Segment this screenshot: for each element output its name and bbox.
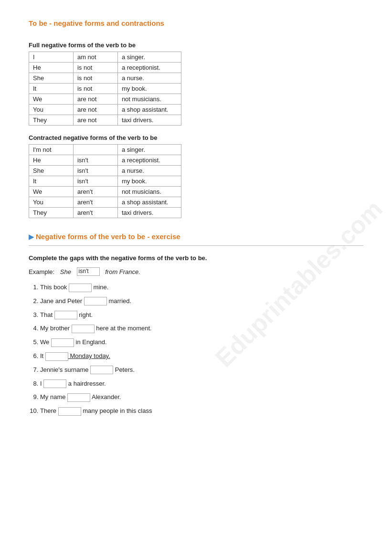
contracted-forms-cell: We [29,187,74,197]
divider [29,245,363,246]
exercise-fill-box[interactable] [43,379,66,388]
full-forms-cell: taxi drivers. [117,115,181,126]
full-forms-cell: are not [73,105,117,115]
exercise-list: This book mine.Jane and Peter married.Th… [29,283,363,416]
full-forms-cell: am not [73,52,117,63]
full-forms-cell: is not [73,63,117,73]
example-answer-box: isn't [77,267,100,276]
contracted-forms-cell: aren't [73,187,117,197]
contracted-forms-cell: aren't [73,208,117,218]
exercise-after-text: right. [77,311,93,318]
exercise-after-text: Peters. [113,366,135,373]
exercise-before-text: There [40,407,58,414]
list-item: It Monday today. [40,351,363,361]
full-forms-cell: my book. [117,84,181,94]
exercise-after-text: a hairdresser. [66,380,106,387]
exercise-before-text: Jennie's surname [40,366,90,373]
exercise-before-text: That [40,311,54,318]
exercise-after-text: mine. [92,284,108,291]
full-forms-cell: a singer. [117,52,181,63]
exercise-fill-box[interactable] [58,407,81,416]
full-forms-cell: a shop assistant. [117,105,181,115]
list-item: My brother here at the moment. [40,324,363,334]
exercise-after-text: Monday today. [68,352,110,359]
exercise-before-text: We [40,338,51,346]
full-forms-cell: It [29,84,74,94]
full-forms-cell: is not [73,84,117,94]
contracted-forms-cell: a shop assistant. [117,197,181,208]
full-forms-cell: You [29,105,74,115]
full-forms-cell: He [29,63,74,73]
exercise-ol: This book mine.Jane and Peter married.Th… [29,283,363,416]
list-item: My name Alexander. [40,392,363,402]
exercise-after-text: Alexander. [90,393,121,400]
contracted-forms-title: Contracted negative forms of the verb to… [29,134,363,141]
contracted-forms-cell: a receptionist. [117,155,181,166]
list-item: I a hairdresser. [40,379,363,389]
exercise-fill-box[interactable] [51,338,74,347]
contracted-forms-cell: aren't [73,197,117,208]
exercise-instruction: Complete the gaps with the negative form… [29,254,363,262]
exercise-before-text: This book [40,284,69,291]
exercise-after-text: here at the moment. [95,325,152,332]
exercise-before-text: My name [40,393,67,400]
contracted-forms-cell: She [29,166,74,176]
example-prefix: Example: [29,268,54,275]
contracted-forms-cell: They [29,208,74,218]
full-forms-title: Full negative forms of the verb to be [29,42,363,49]
contracted-forms-cell: taxi drivers. [117,208,181,218]
exercise-fill-box[interactable] [84,297,107,305]
list-item: Jane and Peter married. [40,296,363,306]
list-item: That right. [40,310,363,320]
list-item: Jennie's surname Peters. [40,365,363,375]
contracted-forms-cell: not musicians. [117,187,181,197]
example-line: Example: She isn't from France. [29,267,363,276]
exercise-after-text: many people in this class [81,407,152,414]
contracted-forms-cell: a singer. [117,145,181,155]
exercise-before-text: It [40,352,45,359]
exercise-fill-box[interactable] [72,325,95,333]
contracted-forms-cell [73,145,117,155]
contracted-forms-cell: You [29,197,74,208]
exercise-before-text: I [40,380,43,387]
contracted-forms-cell: I'm not [29,145,74,155]
exercise-before-text: My brother [40,325,72,332]
exercise-fill-box[interactable] [45,352,68,361]
contracted-forms-cell: my book. [117,176,181,187]
exercise-before-text: Jane and Peter [40,297,84,305]
list-item: We in England. [40,337,363,347]
full-forms-cell: They [29,115,74,126]
full-forms-cell: is not [73,73,117,84]
full-forms-cell: a receptionist. [117,63,181,73]
full-forms-cell: She [29,73,74,84]
contracted-forms-cell: isn't [73,155,117,166]
exercise-after-text: married. [107,297,131,305]
full-forms-cell: a nurse. [117,73,181,84]
contracted-forms-table: I'm nota singer.Heisn'ta receptionist.Sh… [29,144,181,218]
contracted-forms-cell: isn't [73,176,117,187]
play-icon: ▶ [29,233,34,241]
exercise-fill-box[interactable] [90,366,113,374]
contracted-forms-cell: It [29,176,74,187]
contracted-forms-cell: a nurse. [117,166,181,176]
full-forms-cell: are not [73,115,117,126]
example-text-after: from France. [105,268,140,275]
full-forms-table: Iam nota singer.Heis nota receptionist.S… [29,52,181,126]
exercise-after-text: in England. [74,338,107,346]
contracted-forms-cell: He [29,155,74,166]
full-forms-cell: are not [73,94,117,105]
main-title: To be - negative forms and contractions [29,19,363,27]
full-forms-cell: We [29,94,74,105]
full-forms-cell: not musicians. [117,94,181,105]
list-item: There many people in this class [40,406,363,416]
exercise-section-title: ▶ Negative forms of the verb to be - exe… [29,232,363,241]
full-forms-cell: I [29,52,74,63]
exercise-fill-box[interactable] [69,284,92,292]
exercise-fill-box[interactable] [54,311,77,319]
list-item: This book mine. [40,283,363,293]
exercise-fill-box[interactable] [67,393,90,402]
contracted-forms-cell: isn't [73,166,117,176]
example-text-before: She [60,268,71,275]
